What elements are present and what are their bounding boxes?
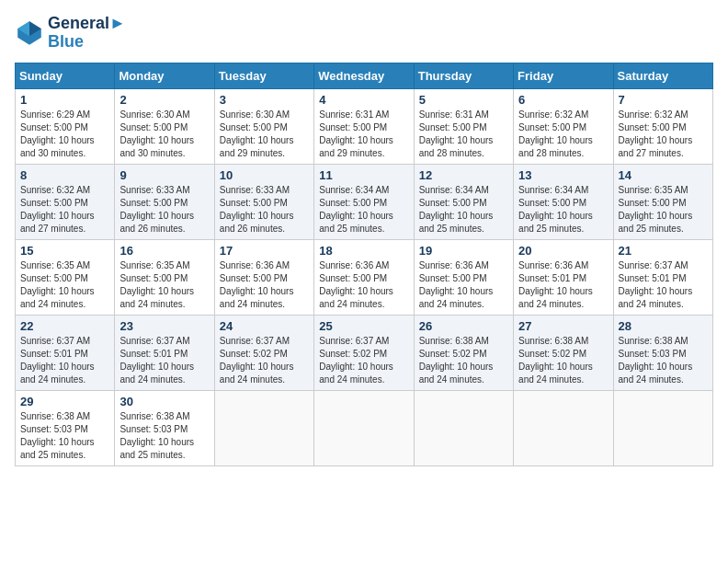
day-number: 26 xyxy=(419,319,508,333)
calendar-cell xyxy=(314,390,414,465)
day-number: 18 xyxy=(319,244,408,258)
day-info: Sunrise: 6:37 AM Sunset: 5:02 PM Dayligh… xyxy=(220,335,309,386)
calendar-cell: 29Sunrise: 6:38 AM Sunset: 5:03 PM Dayli… xyxy=(16,390,115,465)
day-info: Sunrise: 6:37 AM Sunset: 5:01 PM Dayligh… xyxy=(119,335,209,386)
logo-icon xyxy=(15,18,44,48)
day-number: 4 xyxy=(319,93,408,107)
calendar-cell: 18Sunrise: 6:36 AM Sunset: 5:00 PM Dayli… xyxy=(314,239,414,315)
day-number: 20 xyxy=(518,244,608,258)
calendar-week-row: 22Sunrise: 6:37 AM Sunset: 5:01 PM Dayli… xyxy=(16,315,713,390)
calendar-cell: 30Sunrise: 6:38 AM Sunset: 5:03 PM Dayli… xyxy=(115,390,214,465)
day-number: 15 xyxy=(20,244,109,258)
day-number: 24 xyxy=(220,319,309,333)
calendar-cell: 21Sunrise: 6:37 AM Sunset: 5:01 PM Dayli… xyxy=(613,239,712,315)
day-info: Sunrise: 6:36 AM Sunset: 5:00 PM Dayligh… xyxy=(319,259,408,311)
day-info: Sunrise: 6:32 AM Sunset: 5:00 PM Dayligh… xyxy=(20,184,109,236)
day-number: 14 xyxy=(619,168,708,182)
day-number: 6 xyxy=(518,93,608,107)
day-number: 5 xyxy=(419,93,508,107)
calendar-week-row: 1Sunrise: 6:29 AM Sunset: 5:00 PM Daylig… xyxy=(16,88,713,164)
calendar-day-header: Monday xyxy=(115,63,214,88)
calendar-cell xyxy=(514,390,613,465)
day-number: 21 xyxy=(619,244,708,258)
calendar-body: 1Sunrise: 6:29 AM Sunset: 5:00 PM Daylig… xyxy=(16,88,713,465)
logo: General► Blue xyxy=(15,15,126,52)
calendar-cell: 1Sunrise: 6:29 AM Sunset: 5:00 PM Daylig… xyxy=(16,88,115,164)
day-number: 1 xyxy=(20,93,109,107)
day-info: Sunrise: 6:38 AM Sunset: 5:03 PM Dayligh… xyxy=(619,335,708,386)
day-info: Sunrise: 6:38 AM Sunset: 5:03 PM Dayligh… xyxy=(119,410,209,462)
calendar-cell: 16Sunrise: 6:35 AM Sunset: 5:00 PM Dayli… xyxy=(115,239,214,315)
day-info: Sunrise: 6:36 AM Sunset: 5:00 PM Dayligh… xyxy=(419,259,508,311)
day-info: Sunrise: 6:34 AM Sunset: 5:00 PM Dayligh… xyxy=(419,184,508,236)
day-number: 3 xyxy=(220,93,309,107)
day-info: Sunrise: 6:32 AM Sunset: 5:00 PM Dayligh… xyxy=(619,109,708,160)
day-number: 11 xyxy=(319,168,408,182)
day-number: 30 xyxy=(119,395,209,408)
day-number: 8 xyxy=(20,168,109,182)
calendar-week-row: 8Sunrise: 6:32 AM Sunset: 5:00 PM Daylig… xyxy=(16,164,713,239)
day-number: 27 xyxy=(518,319,608,333)
calendar-day-header: Wednesday xyxy=(314,63,414,88)
day-info: Sunrise: 6:30 AM Sunset: 5:00 PM Dayligh… xyxy=(220,109,309,160)
calendar-cell xyxy=(214,390,313,465)
day-number: 28 xyxy=(619,319,708,333)
calendar-cell: 23Sunrise: 6:37 AM Sunset: 5:01 PM Dayli… xyxy=(115,315,214,390)
day-number: 12 xyxy=(419,168,508,182)
day-number: 25 xyxy=(319,319,408,333)
calendar-cell: 15Sunrise: 6:35 AM Sunset: 5:00 PM Dayli… xyxy=(16,239,115,315)
day-info: Sunrise: 6:33 AM Sunset: 5:00 PM Dayligh… xyxy=(119,184,209,236)
day-info: Sunrise: 6:32 AM Sunset: 5:00 PM Dayligh… xyxy=(518,109,608,160)
calendar-cell: 6Sunrise: 6:32 AM Sunset: 5:00 PM Daylig… xyxy=(514,88,613,164)
calendar-cell: 12Sunrise: 6:34 AM Sunset: 5:00 PM Dayli… xyxy=(414,164,513,239)
day-info: Sunrise: 6:37 AM Sunset: 5:01 PM Dayligh… xyxy=(619,259,708,311)
calendar-week-row: 29Sunrise: 6:38 AM Sunset: 5:03 PM Dayli… xyxy=(16,390,713,465)
calendar-day-header: Sunday xyxy=(16,63,115,88)
day-number: 9 xyxy=(119,168,209,182)
day-info: Sunrise: 6:33 AM Sunset: 5:00 PM Dayligh… xyxy=(220,184,309,236)
calendar-cell: 7Sunrise: 6:32 AM Sunset: 5:00 PM Daylig… xyxy=(613,88,712,164)
day-info: Sunrise: 6:35 AM Sunset: 5:00 PM Dayligh… xyxy=(20,259,109,311)
day-number: 17 xyxy=(220,244,309,258)
calendar-cell: 24Sunrise: 6:37 AM Sunset: 5:02 PM Dayli… xyxy=(214,315,313,390)
day-info: Sunrise: 6:29 AM Sunset: 5:00 PM Dayligh… xyxy=(20,109,109,160)
calendar-cell: 11Sunrise: 6:34 AM Sunset: 5:00 PM Dayli… xyxy=(314,164,414,239)
day-info: Sunrise: 6:37 AM Sunset: 5:01 PM Dayligh… xyxy=(20,335,109,386)
calendar-header-row: SundayMondayTuesdayWednesdayThursdayFrid… xyxy=(16,63,713,88)
logo-text: General► Blue xyxy=(48,15,126,52)
day-info: Sunrise: 6:38 AM Sunset: 5:03 PM Dayligh… xyxy=(20,410,109,462)
calendar-day-header: Tuesday xyxy=(214,63,313,88)
calendar-cell: 14Sunrise: 6:35 AM Sunset: 5:00 PM Dayli… xyxy=(613,164,712,239)
calendar-cell: 26Sunrise: 6:38 AM Sunset: 5:02 PM Dayli… xyxy=(414,315,513,390)
day-info: Sunrise: 6:36 AM Sunset: 5:01 PM Dayligh… xyxy=(518,259,608,311)
day-number: 2 xyxy=(119,93,209,107)
day-info: Sunrise: 6:34 AM Sunset: 5:00 PM Dayligh… xyxy=(319,184,408,236)
calendar-cell: 27Sunrise: 6:38 AM Sunset: 5:02 PM Dayli… xyxy=(514,315,613,390)
calendar-cell: 25Sunrise: 6:37 AM Sunset: 5:02 PM Dayli… xyxy=(314,315,414,390)
calendar-day-header: Thursday xyxy=(414,63,513,88)
calendar-week-row: 15Sunrise: 6:35 AM Sunset: 5:00 PM Dayli… xyxy=(16,239,713,315)
calendar-cell: 13Sunrise: 6:34 AM Sunset: 5:00 PM Dayli… xyxy=(514,164,613,239)
day-info: Sunrise: 6:36 AM Sunset: 5:00 PM Dayligh… xyxy=(220,259,309,311)
day-info: Sunrise: 6:30 AM Sunset: 5:00 PM Dayligh… xyxy=(119,109,209,160)
calendar-cell: 20Sunrise: 6:36 AM Sunset: 5:01 PM Dayli… xyxy=(514,239,613,315)
day-number: 23 xyxy=(119,319,209,333)
calendar-cell xyxy=(613,390,712,465)
calendar-cell: 9Sunrise: 6:33 AM Sunset: 5:00 PM Daylig… xyxy=(115,164,214,239)
calendar-day-header: Friday xyxy=(514,63,613,88)
day-info: Sunrise: 6:34 AM Sunset: 5:00 PM Dayligh… xyxy=(518,184,608,236)
day-number: 29 xyxy=(20,395,109,408)
day-number: 22 xyxy=(20,319,109,333)
calendar-cell: 8Sunrise: 6:32 AM Sunset: 5:00 PM Daylig… xyxy=(16,164,115,239)
calendar-cell: 2Sunrise: 6:30 AM Sunset: 5:00 PM Daylig… xyxy=(115,88,214,164)
calendar-cell: 4Sunrise: 6:31 AM Sunset: 5:00 PM Daylig… xyxy=(314,88,414,164)
day-number: 7 xyxy=(619,93,708,107)
calendar-cell: 3Sunrise: 6:30 AM Sunset: 5:00 PM Daylig… xyxy=(214,88,313,164)
calendar-day-header: Saturday xyxy=(613,63,712,88)
day-info: Sunrise: 6:35 AM Sunset: 5:00 PM Dayligh… xyxy=(119,259,209,311)
day-info: Sunrise: 6:38 AM Sunset: 5:02 PM Dayligh… xyxy=(419,335,508,386)
day-number: 16 xyxy=(119,244,209,258)
calendar-cell: 22Sunrise: 6:37 AM Sunset: 5:01 PM Dayli… xyxy=(16,315,115,390)
day-info: Sunrise: 6:38 AM Sunset: 5:02 PM Dayligh… xyxy=(518,335,608,386)
day-number: 10 xyxy=(220,168,309,182)
